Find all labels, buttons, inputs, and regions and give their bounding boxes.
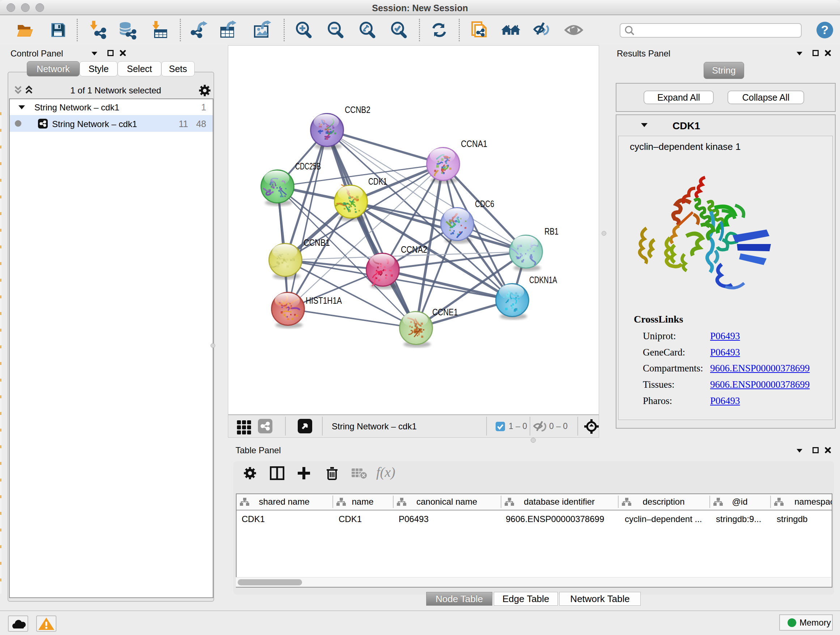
- svg-text:CCNB1: CCNB1: [303, 237, 330, 248]
- svg-text:CCNA1: CCNA1: [461, 138, 487, 149]
- svg-text:CDKN1A: CDKN1A: [529, 274, 557, 285]
- svg-text:CCNA2: CCNA2: [401, 244, 427, 255]
- svg-text:?: ?: [821, 23, 829, 36]
- svg-text:CDC25B: CDC25B: [295, 161, 321, 172]
- svg-text:CDC6: CDC6: [475, 198, 494, 209]
- svg-text:HIST1H1A: HIST1H1A: [306, 295, 342, 306]
- svg-text:CDK1: CDK1: [368, 176, 387, 187]
- svg-text:CCNB2: CCNB2: [345, 104, 370, 115]
- svg-text:RB1: RB1: [545, 226, 559, 237]
- svg-text:CCNE1: CCNE1: [432, 307, 458, 318]
